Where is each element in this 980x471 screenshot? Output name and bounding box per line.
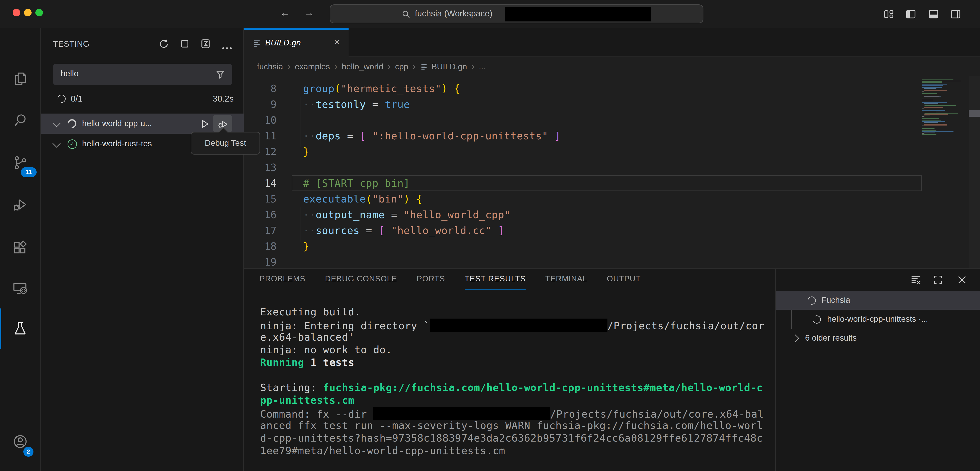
stop-tests-icon[interactable]: [179, 38, 190, 49]
test-item-label: hello-world-cpp-u...: [82, 114, 152, 134]
result-item-cpp-unittests[interactable]: hello-world-cpp-unittests ·...: [776, 310, 980, 329]
chevron-down-icon[interactable]: [52, 140, 60, 147]
breadcrumb-item[interactable]: ...: [479, 62, 486, 71]
breadcrumb-item[interactable]: examples: [295, 62, 330, 71]
code-line[interactable]: 19: [244, 254, 922, 268]
toggle-secondary-sidebar-icon[interactable]: [950, 9, 961, 19]
test-filter-input[interactable]: hello: [53, 64, 232, 85]
test-results-tree: Fuchsia hello-world-cpp-unittests ·... 6…: [776, 291, 980, 471]
result-label: hello-world-cpp-unittests ·...: [827, 310, 928, 329]
accounts-badge: 2: [23, 447, 33, 457]
editor-scrollbar-thumb[interactable]: [969, 110, 980, 117]
code-line[interactable]: 11··deps = [ ":hello-world-cpp-unittests…: [244, 128, 922, 144]
testing-sidebar: TESTING hello 0/: [41, 29, 244, 471]
line-number: 10: [244, 112, 277, 128]
sidebar-item-run-debug[interactable]: [0, 190, 40, 220]
chevron-right-icon[interactable]: [791, 334, 799, 342]
tab-debug-console[interactable]: DEBUG CONSOLE: [325, 270, 397, 289]
active-view-indicator: [0, 308, 1, 349]
result-label: Fuchsia: [821, 291, 850, 310]
running-spinner-icon: [56, 93, 67, 105]
nav-forward-icon[interactable]: →: [304, 6, 315, 20]
code-line[interactable]: 16··output_name = "hello_world_cpp": [244, 207, 922, 223]
result-item-older-results[interactable]: 6 older results: [776, 329, 980, 347]
tab-test-results[interactable]: TEST RESULTS: [465, 269, 526, 289]
line-number: 8: [244, 81, 277, 97]
code-line[interactable]: 13: [244, 160, 922, 175]
tab-ports[interactable]: PORTS: [417, 270, 445, 289]
more-actions-icon[interactable]: [222, 43, 233, 54]
sidebar-item-remote-explorer[interactable]: [0, 273, 40, 303]
breadcrumb-item[interactable]: hello_world: [342, 62, 383, 71]
line-number: 9: [244, 97, 277, 112]
editor-scrollbar[interactable]: [969, 76, 980, 268]
nav-back-icon[interactable]: ←: [280, 6, 291, 20]
tab-build-gn[interactable]: BUILD.gn ×: [244, 29, 348, 57]
show-test-output-icon[interactable]: [200, 38, 211, 49]
test-item-cpp-unittests[interactable]: hello-world-cpp-u...: [41, 114, 244, 134]
breadcrumb-item[interactable]: cpp: [395, 62, 408, 71]
sidebar-item-extensions[interactable]: [0, 233, 40, 263]
code-line[interactable]: 10: [244, 112, 922, 128]
bottom-panel: PROBLEMS DEBUG CONSOLE PORTS TEST RESULT…: [244, 268, 980, 471]
running-spinner-icon: [806, 295, 818, 306]
tab-output[interactable]: OUTPUT: [607, 270, 641, 289]
code-line[interactable]: 15executable("bin") {: [244, 191, 922, 207]
sidebar-item-explorer[interactable]: [0, 64, 40, 94]
chevron-down-icon[interactable]: [52, 119, 60, 127]
clear-output-icon[interactable]: [910, 274, 921, 285]
code-line[interactable]: 9··testonly = true: [244, 97, 922, 112]
tab-label: BUILD.gn: [265, 38, 301, 47]
editor-tab-bar: BUILD.gn ×: [244, 29, 980, 57]
close-panel-icon[interactable]: [957, 274, 967, 285]
breadcrumb: fuchsia› examples› hello_world› cpp› BUI…: [244, 57, 980, 76]
result-item-fuchsia[interactable]: Fuchsia: [776, 291, 980, 310]
toggle-primary-sidebar-icon[interactable]: [905, 9, 916, 19]
code-editor[interactable]: 8group("hermetic_tests") {9··testonly = …: [244, 76, 922, 268]
line-number: 18: [244, 238, 277, 254]
maximize-panel-icon[interactable]: [933, 274, 943, 285]
filter-value: hello: [60, 69, 79, 78]
sidebar-item-testing[interactable]: [0, 314, 40, 344]
code-line[interactable]: 14# [START cpp_bin]: [244, 175, 922, 191]
window-close-button[interactable]: [13, 9, 20, 16]
code-line[interactable]: 18}: [244, 238, 922, 254]
command-center-search[interactable]: fuchsia (Workspace): [329, 5, 703, 23]
filter-icon[interactable]: [215, 70, 226, 79]
window-minimize-button[interactable]: [24, 9, 32, 16]
redacted-text: [430, 319, 607, 332]
output-line: Command: fx --dir /Projects/fuchsia/out/…: [260, 407, 775, 419]
tab-problems[interactable]: PROBLEMS: [259, 270, 305, 289]
workspace-search-label: fuchsia (Workspace): [415, 9, 492, 18]
run-test-icon[interactable]: [199, 119, 210, 129]
window-zoom-button[interactable]: [35, 9, 43, 16]
accounts-button[interactable]: 2: [0, 427, 40, 457]
activity-bar: 11: [0, 29, 41, 471]
search-icon: [402, 10, 410, 19]
sidebar-item-source-control[interactable]: 11: [0, 147, 40, 178]
minimap[interactable]: [922, 76, 969, 268]
progress-duration: 30.2s: [213, 94, 234, 103]
refresh-tests-icon[interactable]: [159, 38, 169, 49]
close-tab-icon[interactable]: ×: [334, 36, 340, 47]
code-line[interactable]: 17··sources = [ "hello_world.cc" ]: [244, 223, 922, 238]
title-bar: ← → fuchsia (Workspace): [0, 0, 980, 29]
sidebar-item-search[interactable]: [0, 105, 40, 136]
breadcrumb-item[interactable]: BUILD.gn: [431, 62, 467, 71]
output-line: ninja: Entering directory `/Projects/fuc…: [260, 319, 775, 331]
test-results-output[interactable]: Executing build.ninja: Entering director…: [260, 306, 775, 471]
line-number: 14: [244, 175, 277, 191]
test-item-label: hello-world-rust-tes: [82, 134, 152, 154]
tab-terminal[interactable]: TERMINAL: [546, 270, 587, 289]
breadcrumb-item[interactable]: fuchsia: [257, 62, 283, 71]
progress-count: 0/1: [71, 94, 83, 103]
customize-layout-icon[interactable]: [883, 9, 894, 19]
code-line[interactable]: 8group("hermetic_tests") {: [244, 81, 922, 97]
output-line: 1ee79#meta/hello-world-cpp-unittests.cm: [260, 445, 775, 457]
redacted-text: [505, 7, 651, 21]
line-number: 17: [244, 223, 277, 238]
settings-button[interactable]: 1: [0, 469, 40, 471]
toggle-panel-icon[interactable]: [928, 9, 939, 19]
code-line[interactable]: 12}: [244, 144, 922, 160]
redacted-text: [373, 407, 550, 420]
